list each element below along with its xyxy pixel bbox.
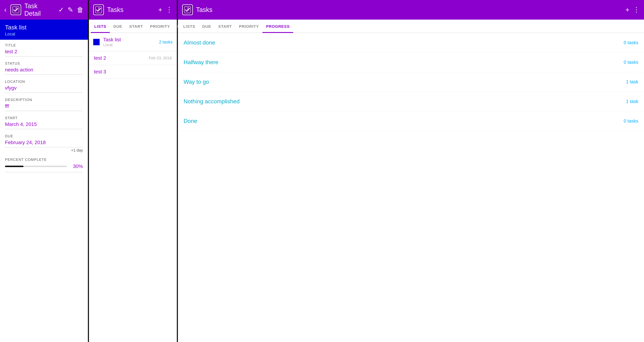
progress-name-0: Almost done [184, 39, 624, 46]
start-field: START March 4, 2015 [5, 116, 83, 129]
list-sub: Local [103, 43, 159, 47]
list-info: Task list Local [103, 37, 159, 47]
tab-lists-right[interactable]: LISTS [180, 20, 199, 33]
back-button[interactable]: ‹ [4, 6, 6, 14]
progress-list: Almost done 0 tasks Halfway there 0 task… [178, 33, 644, 342]
edit-icon[interactable]: ✎ [68, 6, 73, 14]
nav-tabs-right: LISTS DUE START PRIORITY PROGRESS [178, 20, 644, 33]
progress-item-done[interactable]: Done 0 tasks [178, 111, 644, 131]
task-item-date-1: Feb 23, 2018 [149, 56, 172, 60]
nav-tabs-mid: LISTS DUE START PRIORITY PROGRESS [89, 20, 177, 33]
description-field: DESCRIPTION fff [5, 98, 83, 111]
title-field: TITLE test 2 [5, 43, 83, 57]
task-item-1[interactable]: test 2 Feb 23, 2018 [89, 51, 177, 65]
task-item-name-1: test 2 [94, 55, 149, 61]
progress-bar-pct: 30% [70, 163, 83, 169]
start-value: March 4, 2015 [5, 121, 83, 129]
tab-lists-mid[interactable]: LISTS [91, 20, 110, 33]
task-detail-content: TITLE test 2 STATUS needs action LOCATIO… [0, 40, 88, 342]
progress-bar-track [5, 166, 67, 167]
tab-start-right[interactable]: START [215, 20, 236, 33]
app-logo-right [182, 5, 193, 15]
tab-due-right[interactable]: DUE [199, 20, 214, 33]
progress-count-1: 0 tasks [624, 60, 638, 65]
due-field: DUE February 24, 2018 +1 day [5, 134, 83, 153]
title-label: TITLE [5, 43, 83, 47]
description-value: fff [5, 103, 83, 111]
start-label: START [5, 116, 83, 120]
tab-priority-right[interactable]: PRIORITY [236, 20, 262, 33]
app-logo-mid [93, 5, 104, 15]
topbar-actions-left: ✓ ✎ 🗑 [58, 6, 84, 14]
topbar-title-right: Tasks [196, 6, 622, 14]
progress-name-4: Done [184, 118, 624, 124]
topbar-left: ‹ Task Detail ✓ ✎ 🗑 [0, 0, 88, 20]
progress-count-3: 1 task [626, 99, 638, 104]
topbar-actions-right: + ⋮ [626, 6, 640, 14]
progress-item-almost-done[interactable]: Almost done 0 tasks [178, 33, 644, 53]
progress-item-halfway[interactable]: Halfway there 0 tasks [178, 53, 644, 72]
task-detail-panel: ‹ Task Detail ✓ ✎ 🗑 Task list Local TITL… [0, 0, 89, 342]
progress-count-2: 1 task [626, 79, 638, 85]
list-name: Task list [103, 37, 159, 43]
status-field: STATUS needs action [5, 61, 83, 75]
list-header-sub: Local [5, 32, 83, 37]
check-icon[interactable]: ✓ [58, 6, 64, 14]
app-logo [10, 5, 21, 15]
list-task-count: 2 tasks [159, 40, 172, 45]
percent-label: PERCENT COMPLETE [5, 158, 83, 162]
task-item-2[interactable]: test 3 [89, 65, 177, 79]
status-value: needs action [5, 67, 83, 75]
location-value: vfygv [5, 85, 83, 93]
due-extra: +1 day [5, 148, 83, 153]
list-color-indicator [93, 39, 100, 45]
progress-count-0: 0 tasks [624, 40, 638, 45]
progress-count-4: 0 tasks [624, 118, 638, 124]
due-label: DUE [5, 134, 83, 138]
tab-due-mid[interactable]: DUE [110, 20, 126, 33]
task-item-name-2: test 3 [94, 69, 172, 75]
menu-icon-right[interactable]: ⋮ [633, 6, 640, 14]
due-value: February 24, 2018 [5, 140, 83, 147]
list-header-title: Task list [5, 24, 83, 31]
list-content-mid: Task list Local 2 tasks test 2 Feb 23, 2… [89, 33, 177, 342]
status-label: STATUS [5, 61, 83, 66]
progress-item-way-to-go[interactable]: Way to go 1 task [178, 72, 644, 92]
progress-bar-container: 30% [5, 163, 83, 172]
list-header-left: Task list Local [0, 20, 88, 40]
menu-icon-mid[interactable]: ⋮ [166, 6, 172, 14]
progress-name-3: Nothing accomplished [184, 98, 626, 105]
progress-name-2: Way to go [184, 79, 626, 85]
topbar-actions-mid: + ⋮ [158, 6, 172, 14]
topbar-title-mid: Tasks [107, 6, 155, 14]
add-icon-right[interactable]: + [626, 6, 630, 14]
progress-name-1: Halfway there [184, 59, 624, 66]
progress-bar-fill [5, 166, 24, 167]
add-icon-mid[interactable]: + [158, 6, 162, 14]
delete-icon[interactable]: 🗑 [77, 6, 84, 14]
percent-field: PERCENT COMPLETE 30% [5, 158, 83, 172]
location-field: LOCATION vfygv [5, 80, 83, 93]
tab-progress-right[interactable]: PROGRESS [262, 20, 293, 33]
topbar-title-left: Task Detail [24, 2, 55, 17]
topbar-right: Tasks + ⋮ [178, 0, 644, 20]
task-list-row[interactable]: Task list Local 2 tasks [89, 33, 177, 51]
description-label: DESCRIPTION [5, 98, 83, 102]
location-label: LOCATION [5, 80, 83, 84]
tasks-right-panel: Tasks + ⋮ LISTS DUE START PRIORITY PROGR… [178, 0, 644, 342]
topbar-mid: Tasks + ⋮ [89, 0, 177, 20]
progress-item-nothing[interactable]: Nothing accomplished 1 task [178, 92, 644, 111]
tab-priority-mid[interactable]: PRIORITY [146, 20, 174, 33]
title-value: test 2 [5, 49, 83, 57]
tasks-mid-panel: Tasks + ⋮ LISTS DUE START PRIORITY PROGR… [89, 0, 178, 342]
tab-start-mid[interactable]: START [126, 20, 146, 33]
